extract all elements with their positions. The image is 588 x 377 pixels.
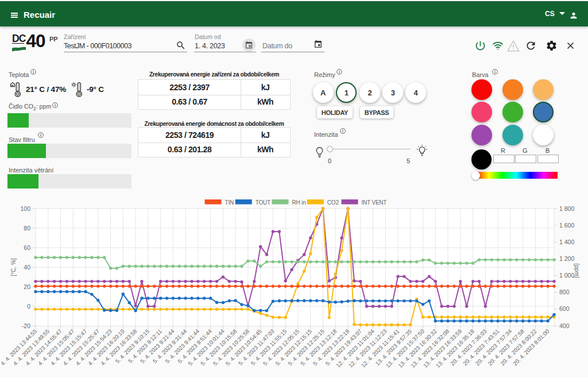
svg-text:CO2: CO2 [327,199,339,206]
svg-text:RH in: RH in [292,199,306,206]
svg-text:400: 400 [559,322,570,329]
svg-text:60: 60 [24,244,30,251]
svg-text:100: 100 [20,205,30,212]
svg-text:-20: -20 [22,322,30,329]
svg-text:INT VENT: INT VENT [362,199,387,206]
svg-text:[°C, %]: [°C, %] [10,258,17,276]
svg-text:1 000: 1 000 [559,272,574,279]
svg-text:1 400: 1 400 [559,238,574,245]
svg-text:TOUT: TOUT [256,199,270,206]
svg-text:1 600: 1 600 [559,222,574,229]
svg-text:1 200: 1 200 [559,255,574,262]
svg-text:80: 80 [24,225,30,232]
svg-text:TIN: TIN [225,199,234,206]
svg-text:40: 40 [24,264,30,271]
svg-text:800: 800 [559,288,570,295]
svg-text:1 800: 1 800 [559,205,574,212]
svg-text:[ppm]: [ppm] [574,263,580,278]
svg-text:600: 600 [559,305,570,312]
svg-text:20: 20 [24,283,30,290]
svg-text:0: 0 [27,303,30,310]
